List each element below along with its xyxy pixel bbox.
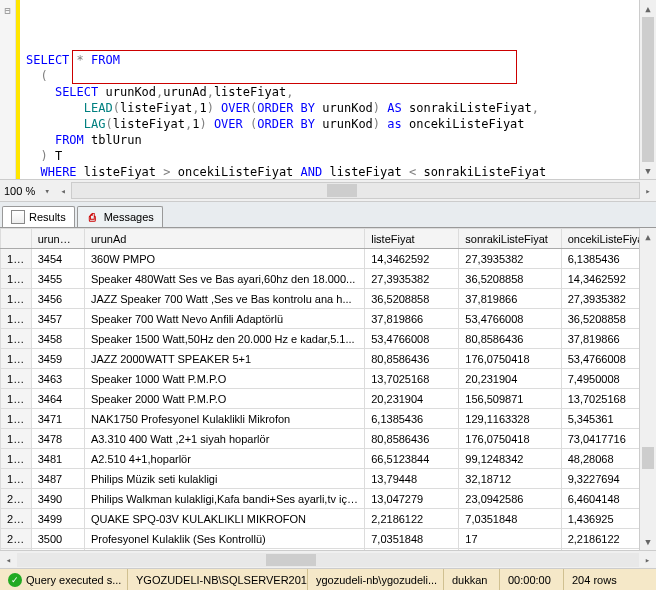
cell[interactable]: Profesyonel Kulaklik (Ses Kontrollü) (84, 529, 364, 549)
results-grid[interactable]: urunKodurunAdlisteFiyatsonrakiListeFiyat… (0, 228, 656, 550)
cell[interactable]: 3500 (31, 529, 84, 549)
cell[interactable]: 27,3935382 (365, 269, 459, 289)
cell[interactable]: 3481 (31, 449, 84, 469)
cell[interactable]: 37,819866 (459, 289, 561, 309)
cell[interactable]: JAZZ 2000WATT SPEAKER 5+1 (84, 349, 364, 369)
table-row[interactable]: 1963471NAK1750 Profesyonel Kulaklikli Mi… (1, 409, 657, 429)
row-number[interactable]: 188 (1, 249, 32, 269)
cell[interactable]: 80,8586436 (365, 349, 459, 369)
cell[interactable]: 13,79448 (365, 469, 459, 489)
row-number[interactable]: 199 (1, 469, 32, 489)
sql-editor[interactable]: SELECT * FROM ( SELECT urunKod,urunAd,li… (20, 0, 639, 179)
table-row[interactable]: 2003490Philips Walkman kulakligi,Kafa ba… (1, 489, 657, 509)
grid-scroll-up-icon[interactable]: ▲ (640, 228, 656, 245)
cell[interactable]: 17 (365, 549, 459, 551)
cell[interactable]: 23,0942586 (459, 489, 561, 509)
table-row[interactable]: 1923458Speaker 1500 Watt,50Hz den 20.000… (1, 329, 657, 349)
hscroll-right-icon[interactable]: ▸ (640, 186, 656, 196)
grid-hscroll-left-icon[interactable]: ◂ (0, 555, 17, 565)
cell[interactable]: 3487 (31, 469, 84, 489)
row-number[interactable]: 203 (1, 549, 32, 551)
row-number[interactable]: 194 (1, 369, 32, 389)
cell[interactable]: 3454 (31, 249, 84, 269)
cell[interactable]: 129,1163328 (459, 409, 561, 429)
cell[interactable]: 3501 (31, 549, 84, 551)
row-number[interactable]: 196 (1, 409, 32, 429)
cell[interactable]: QUAKE SPQ-03V KULAKLIKLI MIKROFON (84, 509, 364, 529)
cell[interactable]: 3459 (31, 349, 84, 369)
cell[interactable]: 3458 (31, 329, 84, 349)
cell[interactable]: 13,047279 (365, 489, 459, 509)
cell[interactable]: 36,5208858 (459, 269, 561, 289)
table-row[interactable]: 1883454360W PMPO14,346259227,39353826,13… (1, 249, 657, 269)
grid-vertical-scrollbar[interactable]: ▲ ▼ (639, 228, 656, 550)
cell[interactable]: 176,0750418 (459, 349, 561, 369)
table-row[interactable]: 1953464Speaker 2000 Watt P.M.P.O20,23190… (1, 389, 657, 409)
grid-scroll-down-icon[interactable]: ▼ (640, 533, 656, 550)
cell[interactable]: 80,8586436 (365, 429, 459, 449)
row-number[interactable]: 202 (1, 529, 32, 549)
cell[interactable]: 360W PMPO (84, 249, 364, 269)
cell[interactable]: 80,8586436 (459, 329, 561, 349)
table-row[interactable]: 1943463Speaker 1000 Watt P.M.P.O13,70251… (1, 369, 657, 389)
cell[interactable]: 156,509871 (459, 389, 561, 409)
cell[interactable]: 20,231904 (365, 389, 459, 409)
cell[interactable]: Speaker 2000 Watt P.M.P.O (84, 389, 364, 409)
zoom-level[interactable]: 100 % (0, 185, 39, 197)
row-number[interactable]: 192 (1, 329, 32, 349)
tab-results[interactable]: Results (2, 206, 75, 227)
table-row[interactable]: 1903456JAZZ Speaker 700 Watt ,Ses ve Bas… (1, 289, 657, 309)
cell[interactable]: 37,819866 (365, 309, 459, 329)
cell[interactable]: 99,1248342 (459, 449, 561, 469)
cell[interactable]: 3471 (31, 409, 84, 429)
column-header[interactable]: urunKod (31, 229, 84, 249)
cell[interactable]: 14,3462592 (365, 249, 459, 269)
cell[interactable]: A3.310 400 Watt ,2+1 siyah hoparlör (84, 429, 364, 449)
cell[interactable]: 3456 (31, 289, 84, 309)
table-row[interactable]: 1993487Philips Müzik seti kulakligi13,79… (1, 469, 657, 489)
row-number[interactable]: 201 (1, 509, 32, 529)
cell[interactable]: Speaker 480Watt Ses ve Bas ayari,60hz de… (84, 269, 364, 289)
cell[interactable]: 3457 (31, 309, 84, 329)
column-header[interactable]: listeFiyat (365, 229, 459, 249)
zoom-dropdown-icon[interactable]: ▾ (39, 186, 55, 196)
fold-toggle[interactable]: ⊟ (0, 4, 15, 18)
editor-horizontal-scrollbar[interactable] (71, 182, 640, 199)
column-header[interactable]: sonrakiListeFiyat (459, 229, 561, 249)
cell[interactable]: 3464 (31, 389, 84, 409)
hscroll-thumb[interactable] (327, 184, 357, 197)
scroll-down-icon[interactable]: ▼ (640, 162, 656, 179)
cell[interactable]: 66,5123844 (365, 449, 459, 469)
cell[interactable]: 53,4766008 (459, 309, 561, 329)
cell[interactable]: 6,1385436 (365, 409, 459, 429)
row-number[interactable]: 198 (1, 449, 32, 469)
table-row[interactable]: 1973478A3.310 400 Watt ,2+1 siyah hoparl… (1, 429, 657, 449)
table-row[interactable]: 1893455Speaker 480Watt Ses ve Bas ayari,… (1, 269, 657, 289)
grid-hscroll-thumb[interactable] (266, 554, 316, 566)
cell[interactable]: Speaker 700 Watt Nevo Anfili Adaptörlü (84, 309, 364, 329)
cell[interactable]: 24 (459, 549, 561, 551)
scroll-thumb[interactable] (642, 17, 654, 162)
cell[interactable]: 17 (459, 529, 561, 549)
table-row[interactable]: 1913457Speaker 700 Watt Nevo Anfili Adap… (1, 309, 657, 329)
cell[interactable]: 176,0750418 (459, 429, 561, 449)
table-row[interactable]: 2023500Profesyonel Kulaklik (Ses Kontrol… (1, 529, 657, 549)
cell[interactable]: Philips Walkman kulakligi,Kafa bandi+Ses… (84, 489, 364, 509)
column-header[interactable] (1, 229, 32, 249)
cell[interactable]: JAZZ Speaker 700 Watt ,Ses ve Bas kontro… (84, 289, 364, 309)
grid-horizontal-scrollbar[interactable]: ◂ ▸ (0, 550, 656, 568)
cell[interactable]: Java ile Temel Programlama (84, 549, 364, 551)
cell[interactable]: 3490 (31, 489, 84, 509)
grid-hscroll-right-icon[interactable]: ▸ (639, 555, 656, 565)
cell[interactable]: 13,7025168 (365, 369, 459, 389)
table-row[interactable]: 2013499QUAKE SPQ-03V KULAKLIKLI MIKROFON… (1, 509, 657, 529)
hscroll-left-icon[interactable]: ◂ (55, 186, 71, 196)
cell[interactable]: 53,4766008 (365, 329, 459, 349)
cell[interactable]: Speaker 1000 Watt P.M.P.O (84, 369, 364, 389)
scroll-up-icon[interactable]: ▲ (640, 0, 656, 17)
row-number[interactable]: 197 (1, 429, 32, 449)
cell[interactable]: 20,231904 (459, 369, 561, 389)
row-number[interactable]: 195 (1, 389, 32, 409)
table-row[interactable]: 2033501Java ile Temel Programlama17247,0… (1, 549, 657, 551)
tab-messages[interactable]: ⎙ Messages (77, 206, 163, 227)
